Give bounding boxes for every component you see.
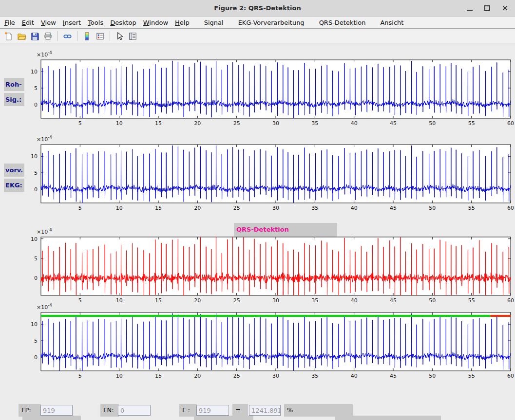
svg-text:×10-4: ×10-4 xyxy=(37,50,52,58)
svg-text:40: 40 xyxy=(351,205,358,211)
svg-text:5: 5 xyxy=(78,120,82,127)
svg-text:55: 55 xyxy=(468,373,475,379)
qrs-filtered-plot: 510152025303540455055600510×10-4 xyxy=(19,227,515,305)
svg-text:15: 15 xyxy=(155,205,162,211)
detection-result-plot: 510152025303540455055600510×10-4 xyxy=(19,303,515,381)
svg-text:10: 10 xyxy=(116,373,123,379)
menu-ansicht[interactable]: Ansicht xyxy=(377,19,407,26)
f-label: F : xyxy=(179,404,197,417)
svg-text:55: 55 xyxy=(468,120,475,127)
menu-file[interactable]: File xyxy=(1,19,19,26)
svg-text:5: 5 xyxy=(34,256,38,262)
open-file-icon xyxy=(17,32,26,41)
svg-text:45: 45 xyxy=(390,205,397,211)
svg-text:10: 10 xyxy=(31,236,38,242)
menu-view[interactable]: View xyxy=(38,19,59,26)
menubar: FileEditViewInsertToolsDesktopWindowHelp… xyxy=(0,17,515,29)
svg-text:30: 30 xyxy=(272,373,279,379)
svg-text:0: 0 xyxy=(34,354,38,361)
svg-text:30: 30 xyxy=(272,205,279,211)
link-plot-button[interactable] xyxy=(61,30,74,42)
svg-text:5: 5 xyxy=(78,373,82,379)
svg-text:30: 30 xyxy=(272,120,279,127)
svg-text:5: 5 xyxy=(34,85,38,91)
insert-legend-button[interactable] xyxy=(94,30,106,42)
new-figure-icon xyxy=(4,32,13,41)
svg-text:20: 20 xyxy=(194,373,201,379)
svg-text:0: 0 xyxy=(34,102,38,108)
menu-edit[interactable]: Edit xyxy=(19,19,38,26)
print-icon xyxy=(43,32,53,41)
svg-text:5: 5 xyxy=(78,205,82,211)
svg-text:25: 25 xyxy=(233,120,240,127)
open-file-button[interactable] xyxy=(16,30,28,42)
svg-text:20: 20 xyxy=(194,205,201,211)
svg-text:5: 5 xyxy=(34,170,38,176)
svg-text:45: 45 xyxy=(390,120,397,127)
svg-text:×10-4: ×10-4 xyxy=(37,135,52,143)
svg-text:40: 40 xyxy=(351,373,358,379)
svg-text:×10-4: ×10-4 xyxy=(37,227,52,235)
svg-text:10: 10 xyxy=(31,321,38,328)
close-button[interactable] xyxy=(499,3,510,14)
menu-qrs-detektion[interactable]: QRS-Detektion xyxy=(316,19,369,26)
svg-text:50: 50 xyxy=(429,373,436,379)
property-inspector-icon xyxy=(128,32,137,41)
svg-text:60: 60 xyxy=(507,373,514,379)
menu-tools[interactable]: Tools xyxy=(84,19,107,26)
svg-text:15: 15 xyxy=(155,120,162,127)
svg-text:15: 15 xyxy=(155,373,162,379)
save-figure-button[interactable] xyxy=(29,30,41,42)
insert-colorbar-icon xyxy=(82,32,92,41)
svg-text:10: 10 xyxy=(116,205,123,211)
svg-text:10: 10 xyxy=(116,120,123,127)
toolbar-separator xyxy=(110,31,110,41)
menu-ekg-vorverarbeitung[interactable]: EKG-Vorverarbeitung xyxy=(235,19,308,26)
fp-field[interactable] xyxy=(40,405,73,416)
toolbar-separator xyxy=(77,31,77,41)
menu-insert[interactable]: Insert xyxy=(59,19,84,26)
insert-legend-icon xyxy=(95,32,105,41)
menu-desktop[interactable]: Desktop xyxy=(107,19,140,26)
f-field[interactable] xyxy=(196,405,229,416)
figure-canvas: Roh- Sig.: vorv. EKG: QRS-Detektion 5101… xyxy=(0,43,515,420)
svg-text:35: 35 xyxy=(311,120,318,127)
property-inspector-button[interactable] xyxy=(127,30,139,42)
svg-text:5: 5 xyxy=(34,338,38,344)
svg-text:25: 25 xyxy=(233,205,240,211)
preprocessed-ekg-plot: 510152025303540455055600510×10-4 xyxy=(19,135,515,213)
fn-field[interactable] xyxy=(118,405,151,416)
new-figure-button[interactable] xyxy=(2,30,15,42)
window-title: Figure 2: QRS-Detektion xyxy=(214,4,301,12)
percent-label: % xyxy=(284,404,353,417)
svg-text:45: 45 xyxy=(390,373,397,379)
print-button[interactable] xyxy=(42,30,54,42)
menu-signal[interactable]: Signal xyxy=(201,19,227,26)
svg-text:10: 10 xyxy=(31,153,38,160)
window-controls xyxy=(464,0,513,16)
svg-text:10: 10 xyxy=(31,69,38,75)
svg-text:35: 35 xyxy=(311,205,318,211)
link-plot-icon xyxy=(63,32,72,41)
equals-label: = xyxy=(232,404,248,417)
panel-stub xyxy=(194,416,253,420)
ratio-field[interactable] xyxy=(249,405,281,416)
panel-stub xyxy=(22,416,81,420)
svg-text:0: 0 xyxy=(34,275,38,281)
titlebar: Figure 2: QRS-Detektion xyxy=(0,0,515,17)
maximize-button[interactable] xyxy=(482,3,493,14)
edit-plot-icon xyxy=(115,32,124,41)
save-figure-icon xyxy=(30,32,39,41)
toolbar-separator xyxy=(57,31,58,41)
menu-window[interactable]: Window xyxy=(140,19,172,26)
fp-label: FP: xyxy=(19,404,41,417)
minimize-button[interactable] xyxy=(464,3,475,14)
svg-text:20: 20 xyxy=(194,120,201,127)
svg-text:60: 60 xyxy=(507,120,514,127)
toolbar xyxy=(0,29,515,43)
maximize-icon xyxy=(484,5,490,11)
svg-text:50: 50 xyxy=(429,205,436,211)
edit-plot-button[interactable] xyxy=(114,30,126,42)
insert-colorbar-button[interactable] xyxy=(81,30,93,42)
menu-help[interactable]: Help xyxy=(172,19,193,26)
